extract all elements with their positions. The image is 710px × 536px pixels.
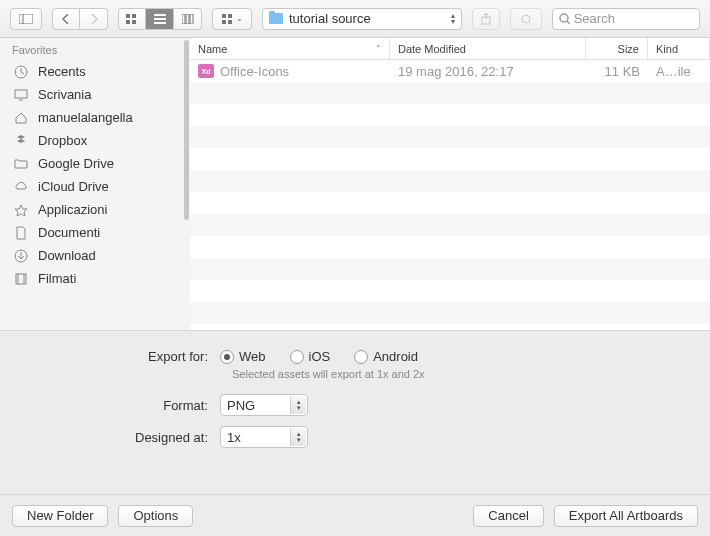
sidebar-item-filmati[interactable]: Filmati: [0, 267, 190, 290]
sidebar-item-documenti[interactable]: Documenti: [0, 221, 190, 244]
svg-rect-5: [132, 20, 136, 24]
radio-label: Web: [239, 349, 266, 364]
svg-rect-9: [182, 14, 185, 24]
column-header-date[interactable]: Date Modified: [390, 38, 586, 59]
dropdown-caret-icon: ▴▾: [451, 13, 455, 25]
search-field[interactable]: [552, 8, 700, 30]
share-button[interactable]: [472, 8, 500, 30]
svg-point-17: [522, 15, 530, 23]
path-dropdown[interactable]: tutorial source ▴▾: [262, 8, 462, 30]
export-for-radio-group: WebiOSAndroid: [220, 349, 418, 364]
folder-icon: [12, 157, 30, 171]
export-for-label: Export for:: [20, 349, 220, 364]
sidebar-item-applicazioni[interactable]: Applicazioni: [0, 198, 190, 221]
clock-icon: [12, 65, 30, 79]
radio-ios[interactable]: iOS: [290, 349, 331, 364]
column-header-size[interactable]: Size: [586, 38, 648, 59]
file-kind: A…ile: [648, 64, 710, 79]
nav-group: [52, 8, 108, 30]
sidebar-item-scrivania[interactable]: Scrivania: [0, 83, 190, 106]
export-panel: Export for: WebiOSAndroid Selected asset…: [0, 330, 710, 494]
svg-rect-10: [186, 14, 189, 24]
arrange-group: ⌄: [212, 8, 252, 30]
column-header-kind[interactable]: Kind: [648, 38, 710, 59]
column-view-button[interactable]: [174, 8, 202, 30]
sidebar-item-dropbox[interactable]: Dropbox: [0, 129, 190, 152]
desktop-icon: [12, 88, 30, 102]
radio-circle-icon: [354, 350, 368, 364]
sidebar-toggle-button[interactable]: [10, 8, 42, 30]
toolbar: ⌄ tutorial source ▴▾: [0, 0, 710, 38]
file-name: Office-Icons: [220, 64, 289, 79]
cloud-icon: [12, 180, 30, 194]
search-icon: [559, 13, 570, 25]
path-label: tutorial source: [289, 11, 445, 26]
arrange-button[interactable]: ⌄: [212, 8, 252, 30]
sidebar-item-label: Documenti: [38, 225, 100, 240]
forward-button[interactable]: [80, 8, 108, 30]
svg-rect-4: [126, 20, 130, 24]
sidebar-item-label: manuelalangella: [38, 110, 133, 125]
designed-at-value: 1x: [227, 430, 241, 445]
options-button[interactable]: Options: [118, 505, 193, 527]
sidebar-item-icloud-drive[interactable]: iCloud Drive: [0, 175, 190, 198]
svg-line-19: [567, 21, 570, 24]
sidebar-item-recents[interactable]: Recents: [0, 60, 190, 83]
radio-label: iOS: [309, 349, 331, 364]
sidebar-item-label: iCloud Drive: [38, 179, 109, 194]
new-folder-button[interactable]: New Folder: [12, 505, 108, 527]
main-area: Favorites RecentsScrivaniamanuelalangell…: [0, 38, 710, 330]
file-size: 11 KB: [586, 64, 648, 79]
file-date: 19 mag 2016, 22:17: [390, 64, 586, 79]
document-icon: [12, 226, 30, 240]
sidebar-item-label: Download: [38, 248, 96, 263]
download-icon: [12, 249, 30, 263]
svg-rect-14: [222, 20, 226, 24]
sidebar-item-label: Recents: [38, 64, 86, 79]
format-value: PNG: [227, 398, 255, 413]
file-list-header: Name˄ Date Modified Size Kind: [190, 38, 710, 60]
sidebar-item-download[interactable]: Download: [0, 244, 190, 267]
tags-button[interactable]: [510, 8, 542, 30]
icon-view-button[interactable]: [118, 8, 146, 30]
film-icon: [12, 272, 30, 286]
radio-android[interactable]: Android: [354, 349, 418, 364]
radio-circle-icon: [290, 350, 304, 364]
svg-rect-11: [190, 14, 193, 24]
radio-circle-icon: [220, 350, 234, 364]
list-view-button[interactable]: [146, 8, 174, 30]
footer: New Folder Options Cancel Export All Art…: [0, 494, 710, 536]
sidebar-item-label: Applicazioni: [38, 202, 107, 217]
back-button[interactable]: [52, 8, 80, 30]
column-header-name[interactable]: Name˄: [190, 38, 390, 59]
xd-file-icon: Xd: [198, 64, 214, 78]
sidebar-item-label: Dropbox: [38, 133, 87, 148]
svg-rect-2: [126, 14, 130, 18]
export-all-button[interactable]: Export All Artboards: [554, 505, 698, 527]
svg-rect-0: [19, 14, 33, 24]
home-icon: [12, 111, 30, 125]
select-stepper-icon: ▴▾: [290, 428, 306, 446]
sort-caret-icon: ˄: [376, 44, 381, 54]
sidebar-item-label: Scrivania: [38, 87, 91, 102]
svg-rect-12: [222, 14, 226, 18]
search-input[interactable]: [574, 11, 693, 26]
scrollbar[interactable]: [184, 40, 189, 220]
radio-label: Android: [373, 349, 418, 364]
apps-icon: [12, 203, 30, 217]
designed-at-label: Designed at:: [20, 430, 220, 445]
svg-rect-15: [228, 20, 232, 24]
radio-web[interactable]: Web: [220, 349, 266, 364]
sidebar-item-google-drive[interactable]: Google Drive: [0, 152, 190, 175]
sidebar-item-label: Google Drive: [38, 156, 114, 171]
sidebar-item-label: Filmati: [38, 271, 76, 286]
sidebar-item-manuelalangella[interactable]: manuelalangella: [0, 106, 190, 129]
sidebar: Favorites RecentsScrivaniamanuelalangell…: [0, 38, 190, 330]
cancel-button[interactable]: Cancel: [473, 505, 543, 527]
svg-rect-13: [228, 14, 232, 18]
svg-rect-21: [15, 90, 27, 98]
file-row[interactable]: XdOffice-Icons19 mag 2016, 22:1711 KBA…i…: [190, 60, 710, 82]
view-mode-group: [118, 8, 202, 30]
designed-at-select[interactable]: 1x ▴▾: [220, 426, 308, 448]
format-select[interactable]: PNG ▴▾: [220, 394, 308, 416]
